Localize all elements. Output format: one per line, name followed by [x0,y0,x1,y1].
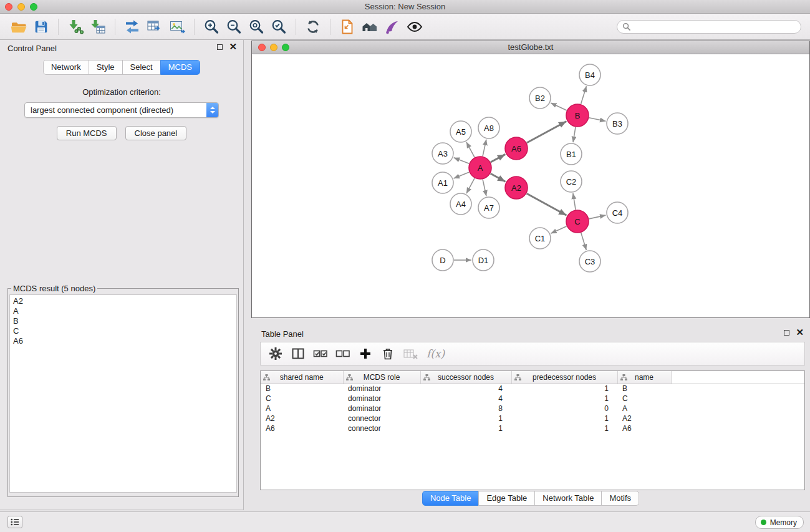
memory-button[interactable]: Memory [755,516,804,529]
table-cell[interactable]: 1 [511,414,617,423]
table-cell[interactable]: 1 [511,423,617,433]
mcds-result-list[interactable]: A2ABCA6 [9,294,237,493]
node-B1[interactable]: B1 [561,143,582,165]
node-D[interactable]: D [432,249,453,271]
node-A8[interactable]: A8 [478,117,499,138]
table-row[interactable]: Adominator80A [261,404,804,414]
close-table-panel-icon[interactable]: ✕ [796,329,804,336]
column-header-successor-nodes[interactable]: successor nodes [420,371,511,384]
node-A2[interactable]: A2 [505,177,528,199]
node-A7[interactable]: A7 [478,197,499,218]
edge-C-C3[interactable] [581,233,587,250]
table-cell[interactable]: C [617,394,671,404]
tab-node-table[interactable]: Node Table [422,491,480,506]
style-tools-button[interactable] [381,16,403,38]
column-header-name[interactable]: name [617,371,671,384]
node-B[interactable]: B [566,104,589,127]
show-hide-button[interactable] [403,16,426,38]
tab-mcds[interactable]: MCDS [160,60,200,75]
column-header-shared-name[interactable]: shared name [261,371,343,384]
mcds-result-item[interactable]: A6 [13,336,233,346]
table-cell[interactable]: 1 [420,414,511,423]
show-columns-button[interactable] [288,344,308,363]
node-B2[interactable]: B2 [529,87,551,109]
edge-A2-C[interactable] [527,193,567,215]
edge-A-A7[interactable] [483,180,486,196]
import-network-button[interactable] [64,16,87,38]
tab-select[interactable]: Select [122,60,161,75]
table-cell[interactable]: dominator [343,394,420,404]
edge-A-A1[interactable] [454,172,470,178]
column-header-predecessor-nodes[interactable]: predecessor nodes [511,371,617,384]
table-cell[interactable]: 8 [420,404,511,414]
table-cell[interactable]: 1 [511,394,617,404]
edge-C-C4[interactable] [589,215,606,219]
node-A3[interactable]: A3 [432,143,453,164]
minimize-network-window-button[interactable] [270,44,277,51]
search-field[interactable] [617,20,801,34]
float-table-panel-icon[interactable] [784,330,789,336]
search-input[interactable] [634,22,796,31]
table-cell[interactable]: A2 [261,414,343,423]
table-cell[interactable]: A [261,404,343,414]
refresh-button[interactable] [302,16,324,38]
zoom-window-button[interactable] [30,3,37,11]
network-window-titlebar[interactable]: testGlobe.txt [252,41,809,54]
close-panel-icon[interactable]: ✕ [229,44,237,50]
mcds-result-item[interactable]: A2 [13,296,233,306]
tab-edge-table[interactable]: Edge Table [478,491,535,506]
node-B4[interactable]: B4 [579,64,600,85]
edge-A-A6[interactable] [491,154,506,162]
tab-network[interactable]: Network [43,60,89,75]
table-cell[interactable]: dominator [343,404,420,414]
table-cell[interactable]: dominator [343,384,420,394]
close-network-window-button[interactable] [258,44,266,51]
edge-A6-B[interactable] [527,122,567,143]
table-cell[interactable]: B [617,384,671,394]
edge-A-A2[interactable] [491,173,506,181]
node-C1[interactable]: C1 [529,228,551,249]
table-cell[interactable]: 1 [511,384,617,394]
edge-C-C2[interactable] [573,193,576,210]
node-A4[interactable]: A4 [450,193,471,215]
table-row[interactable]: Cdominator41C [261,394,804,404]
zoom-in-button[interactable] [200,16,223,38]
save-session-button[interactable] [30,16,52,38]
table-cell[interactable]: A [617,404,671,414]
edge-B-B2[interactable] [551,103,567,110]
table-cell[interactable]: A6 [261,423,343,433]
edge-A-A3[interactable] [454,158,470,163]
table-row[interactable]: Bdominator41B [261,384,804,394]
table-settings-button[interactable] [266,344,286,363]
table-row[interactable]: A2connector11A2 [261,414,804,423]
node-C4[interactable]: C4 [607,202,628,223]
network-graph[interactable]: B4B2BB3A5A8A6B1A3AC2A1A2A4A7CC4C1C3DD1 [252,54,809,317]
tab-style[interactable]: Style [89,60,123,75]
node-A5[interactable]: A5 [450,121,471,142]
zoom-network-window-button[interactable] [282,44,289,51]
node-D1[interactable]: D1 [473,249,494,271]
import-table-button[interactable] [87,16,109,38]
node-A[interactable]: A [469,157,491,179]
edge-A-A8[interactable] [483,140,486,157]
tab-network-table[interactable]: Network Table [534,491,602,506]
node-C2[interactable]: C2 [561,171,582,192]
network-canvas[interactable]: B4B2BB3A5A8A6B1A3AC2A1A2A4A7CC4C1C3DD1 [252,54,809,317]
home-button[interactable] [359,16,381,38]
close-window-button[interactable] [5,3,12,11]
zoom-fit-button[interactable] [245,16,268,38]
edge-B-B3[interactable] [589,118,606,121]
node-A1[interactable]: A1 [432,172,453,193]
table-cell[interactable]: C [261,394,343,404]
tab-motifs[interactable]: Motifs [601,491,639,506]
function-builder-button[interactable]: f(x) [427,347,445,360]
edge-B-B1[interactable] [573,127,576,142]
edge-A-A4[interactable] [466,178,475,193]
network-table-button[interactable] [143,16,166,38]
delete-table-button[interactable] [400,344,420,363]
apply-layout-button[interactable] [121,16,143,38]
table-row[interactable]: A6connector11A6 [261,423,804,433]
deselect-all-button[interactable] [333,344,353,363]
create-column-button[interactable] [355,344,375,363]
criterion-select[interactable]: largest connected component (directed) [24,102,219,118]
